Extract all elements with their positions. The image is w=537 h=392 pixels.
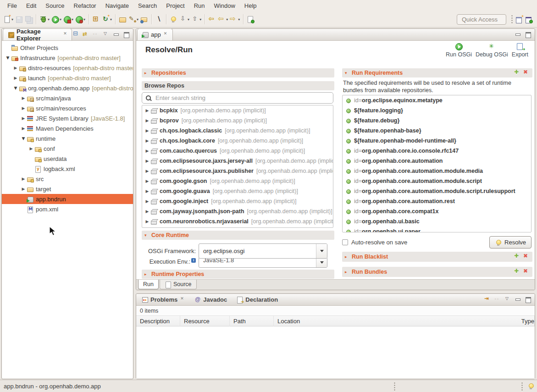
tab-source[interactable]: Source (160, 280, 197, 289)
expand-arrow-icon[interactable] (20, 187, 27, 191)
section-collapse-icon[interactable] (345, 254, 349, 259)
dropdown-caret-icon[interactable]: ▾ (72, 17, 73, 22)
expand-arrow-icon[interactable] (144, 179, 150, 183)
resolve-button[interactable]: Resolve (489, 236, 531, 248)
remove-blacklist-icon[interactable] (523, 254, 530, 260)
toolbar-button[interactable] (91, 13, 101, 25)
section-run-blacklist[interactable]: Run Blacklist (342, 252, 532, 262)
expand-arrow-icon[interactable] (144, 219, 150, 224)
expand-arrow-icon[interactable] (144, 159, 150, 163)
close-icon[interactable] (163, 32, 168, 37)
expand-arrow-icon[interactable] (144, 138, 150, 143)
maximize-icon[interactable] (524, 296, 532, 304)
repo-search-box[interactable] (142, 92, 333, 104)
menu-item[interactable]: Run (189, 0, 210, 11)
toolbar-button[interactable] (139, 13, 149, 25)
menu-item[interactable]: Edit (22, 0, 41, 11)
tree-item[interactable]: src/main/resources (2, 103, 133, 113)
menu-item[interactable]: Help (240, 0, 261, 11)
chevron-down-icon[interactable] (316, 258, 327, 267)
tree-item[interactable]: src/main/java (2, 93, 133, 103)
focus-task-icon[interactable] (92, 31, 100, 39)
expand-arrow-icon[interactable] (144, 128, 150, 133)
focus-problems-icon[interactable] (484, 296, 492, 304)
requirement-item[interactable]: id= org.openhab.core.automation.module.s… (343, 176, 531, 186)
expand-arrow-icon[interactable] (20, 106, 27, 110)
menu-item[interactable]: Source (41, 0, 69, 11)
tree-item[interactable]: logback.xml (2, 164, 133, 174)
toolbar-button[interactable]: ▾ (127, 13, 139, 25)
repo-list-item[interactable]: bcprov [org.openhab.demo.app (implicit)] (142, 116, 333, 126)
tree-item[interactable]: org.openhab.demo.app [openhab-distro mas… (2, 83, 133, 93)
requirement-item[interactable]: id= org.openhab.core.automation.module.s… (343, 186, 531, 196)
expand-arrow-icon[interactable] (144, 169, 150, 173)
dropdown-caret-icon[interactable]: ▾ (11, 17, 13, 22)
java-perspective-icon[interactable] (525, 16, 533, 23)
tree-item[interactable]: JRE System Library [JavaSE-1.8] (2, 113, 133, 123)
minimize-icon[interactable] (514, 31, 522, 39)
auto-resolve-checkbox[interactable] (342, 239, 348, 245)
repo-list-item[interactable]: com.eclipsesource.jaxrs.jersey-all [org.… (142, 156, 333, 166)
expand-arrow-icon[interactable] (20, 126, 27, 131)
dropdown-caret-icon[interactable]: ▾ (199, 17, 201, 22)
menu-item[interactable]: Project (161, 0, 189, 11)
tree-item[interactable]: src (2, 174, 133, 184)
maximize-icon[interactable] (524, 31, 532, 39)
tree-item[interactable]: target (2, 184, 133, 194)
section-collapse-icon[interactable] (144, 233, 149, 237)
dropdown-caret-icon[interactable]: ▾ (188, 17, 189, 22)
menu-item[interactable]: Window (210, 0, 240, 11)
close-icon[interactable] (63, 32, 67, 37)
dropdown-caret-icon[interactable]: ▾ (110, 17, 112, 22)
column-header[interactable]: Location (274, 316, 518, 327)
requirement-item[interactable]: id= org.openhab.core.automation.module.m… (343, 166, 531, 176)
expand-arrow-icon[interactable] (144, 149, 150, 153)
repo-list-item[interactable]: com.google.guava [org.openhab.demo.app (… (142, 186, 333, 196)
expand-arrow-icon[interactable] (20, 116, 27, 121)
tree-item[interactable]: launch [openhab-distro master] (2, 73, 133, 83)
expand-arrow-icon[interactable] (12, 66, 19, 70)
requirement-item[interactable]: ${ feature.logging } (343, 105, 531, 116)
menu-item[interactable]: Navigate (101, 0, 133, 11)
repo-list-item[interactable]: com.google.inject [org.openhab.demo.app … (142, 196, 333, 206)
editor-action-button[interactable]: Run OSGi (445, 43, 473, 58)
section-core-runtime[interactable]: Core Runtime (142, 231, 334, 240)
column-header[interactable]: Path (230, 316, 274, 327)
osgi-framework-combo[interactable]: org.eclipse.osgi (199, 243, 327, 259)
tree-item[interactable]: conf (2, 144, 133, 154)
dropdown-caret-icon[interactable]: ▾ (48, 17, 50, 22)
quick-access-input[interactable]: Quick Access (457, 14, 506, 25)
toolbar-button[interactable]: ▾ (74, 13, 86, 25)
dropdown-caret-icon[interactable]: ▾ (83, 17, 85, 22)
toolbar-button[interactable]: ▾ (39, 13, 50, 25)
toolbar-button[interactable] (246, 13, 255, 25)
toolbar-button[interactable]: ▾ (178, 13, 190, 25)
repo-list-item[interactable]: bcpkix [org.openhab.demo.app (implicit)] (142, 105, 333, 116)
toolbar-button[interactable]: ▾ (2, 13, 14, 25)
dropdown-caret-icon[interactable]: ▾ (137, 17, 138, 22)
menu-item[interactable]: Search (133, 0, 161, 11)
maximize-icon[interactable] (122, 31, 130, 39)
toolbar-button[interactable] (24, 13, 33, 25)
column-header[interactable]: Description (136, 316, 180, 327)
requirement-item[interactable]: id= org.openhab.core.io.console.rfc147 (343, 146, 531, 156)
tree-item[interactable]: Infrastructure [openhab-distro master] (2, 53, 133, 63)
column-header[interactable]: Type (518, 316, 535, 327)
expand-arrow-icon[interactable] (20, 96, 27, 100)
minimize-icon[interactable] (514, 296, 522, 304)
toolbar-button[interactable]: ▾ (217, 13, 229, 25)
requirement-item[interactable]: ${ feature.openhab-base } (343, 126, 531, 136)
lightbulb-icon[interactable] (527, 382, 534, 390)
expand-arrow-icon[interactable] (144, 108, 150, 113)
chevron-down-icon[interactable] (316, 244, 327, 258)
collapse-all-icon[interactable] (72, 31, 80, 39)
toolbar-button[interactable]: ▾ (50, 13, 62, 25)
tree-item[interactable]: app.bndrun (2, 194, 133, 204)
expand-arrow-icon[interactable] (144, 118, 150, 123)
add-bundle-icon[interactable] (514, 269, 520, 275)
requirement-item[interactable]: id= org.eclipse.equinox.metatype (343, 95, 531, 105)
requirement-item[interactable]: id= org.openhab.core.automation.rest (343, 196, 531, 206)
expand-arrow-icon[interactable] (28, 146, 34, 151)
section-run-requirements[interactable]: Run Requirements (342, 68, 532, 77)
section-collapse-icon[interactable] (144, 71, 149, 75)
